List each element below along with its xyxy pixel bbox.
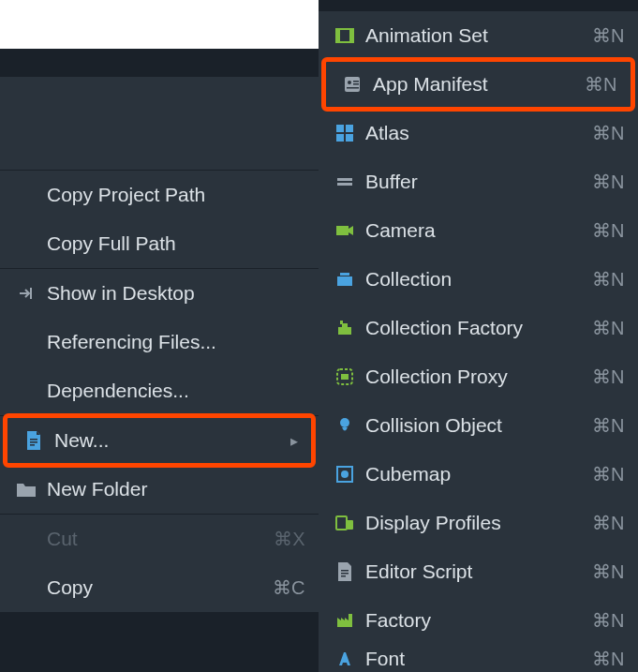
label: Animation Set [365, 24, 592, 47]
shortcut: ⌘X [274, 528, 305, 550]
shortcut: ⌘N [592, 366, 625, 388]
svg-point-21 [340, 418, 349, 427]
shortcut: ⌘N [592, 122, 625, 144]
shortcut: ⌘N [592, 609, 625, 632]
menu-item-factory[interactable]: Factory ⌘N [319, 596, 638, 645]
menu-item-new[interactable]: New... ▸ [3, 413, 316, 468]
menu-item-camera[interactable]: Camera ⌘N [319, 206, 638, 255]
shortcut: ⌘N [585, 73, 617, 96]
label: Collection Factory [365, 317, 592, 339]
top-white-strip [0, 0, 319, 49]
collection-icon [332, 269, 358, 290]
menu-item-collection-factory[interactable]: Collection Factory ⌘N [319, 304, 638, 352]
shortcut: ⌘C [273, 576, 305, 599]
collection-proxy-icon [332, 366, 358, 387]
context-menu-left: Copy Project Path Copy Full Path Show in… [0, 77, 319, 612]
label: New Folder [47, 478, 305, 500]
submenu-new: Animation Set ⌘N App Manifest ⌘N Atlas ⌘… [319, 11, 638, 672]
app-manifest-icon [339, 74, 365, 95]
label: Display Profiles [365, 512, 592, 534]
label: Collection Proxy [365, 366, 592, 388]
menu-item-collection-proxy[interactable]: Collection Proxy ⌘N [319, 352, 638, 401]
svg-rect-5 [349, 29, 353, 42]
factory-icon [332, 610, 358, 631]
menu-item-show-in-desktop[interactable]: Show in Desktop [0, 269, 319, 318]
collection-factory-icon [332, 318, 358, 338]
label: Camera [365, 219, 592, 242]
svg-point-7 [348, 81, 351, 84]
atlas-icon [332, 123, 358, 143]
label: Copy [47, 576, 273, 599]
shortcut: ⌘N [592, 24, 625, 47]
menu-item-new-folder[interactable]: New Folder [0, 465, 319, 514]
label: Atlas [365, 122, 592, 144]
menu-item-buffer[interactable]: Buffer ⌘N [319, 157, 638, 206]
label: Editor Script [365, 560, 592, 583]
menu-item-dependencies[interactable]: Dependencies... [0, 366, 319, 415]
svg-rect-10 [347, 87, 359, 89]
font-icon [332, 649, 358, 669]
svg-rect-2 [30, 444, 35, 446]
menu-item-collision-object[interactable]: Collision Object ⌘N [319, 401, 638, 450]
label: Copy Project Path [47, 184, 305, 206]
label: Show in Desktop [47, 282, 305, 305]
menu-item-cut: Cut ⌘X [0, 515, 319, 563]
menu-item-display-profiles[interactable]: Display Profiles ⌘N [319, 499, 638, 547]
svg-rect-26 [341, 570, 349, 572]
label: Buffer [365, 171, 592, 193]
svg-rect-17 [336, 226, 349, 235]
file-icon [21, 430, 47, 451]
menu-item-editor-script[interactable]: Editor Script ⌘N [319, 547, 638, 596]
menu-item-copy[interactable]: Copy ⌘C [0, 563, 319, 612]
svg-rect-25 [347, 520, 353, 530]
display-profiles-icon [332, 513, 358, 533]
svg-rect-28 [341, 575, 346, 577]
svg-rect-9 [353, 83, 359, 85]
editor-script-icon [332, 561, 358, 582]
menu-item-copy-full-path[interactable]: Copy Full Path [0, 219, 319, 268]
menu-item-app-manifest[interactable]: App Manifest ⌘N [321, 57, 635, 112]
svg-point-23 [341, 470, 349, 478]
svg-rect-14 [346, 134, 353, 142]
shortcut: ⌘N [592, 463, 625, 485]
collision-object-icon [332, 415, 358, 436]
shortcut: ⌘N [592, 648, 625, 670]
label: Font [365, 648, 592, 670]
label: Collection [365, 268, 592, 291]
menu-item-animation-set[interactable]: Animation Set ⌘N [319, 11, 638, 60]
buffer-icon [332, 172, 358, 192]
label: Referencing Files... [47, 331, 305, 353]
shortcut: ⌘N [592, 560, 625, 583]
label: Cubemap [365, 463, 592, 485]
menu-item-cubemap[interactable]: Cubemap ⌘N [319, 450, 638, 499]
chevron-right-icon: ▸ [290, 432, 298, 450]
svg-rect-8 [353, 81, 359, 82]
shortcut: ⌘N [592, 414, 625, 437]
label: New... [54, 429, 290, 452]
svg-rect-11 [336, 125, 344, 132]
gap [0, 49, 319, 77]
svg-rect-24 [336, 516, 347, 530]
shortcut: ⌘N [592, 219, 625, 242]
svg-rect-20 [341, 374, 349, 380]
label: Factory [365, 609, 592, 632]
shortcut: ⌘N [592, 171, 625, 193]
shortcut: ⌘N [592, 512, 625, 534]
menu-item-copy-project-path[interactable]: Copy Project Path [0, 171, 319, 219]
camera-icon [332, 220, 358, 241]
svg-rect-13 [336, 134, 344, 142]
cubemap-icon [332, 464, 358, 485]
arrow-right-icon [13, 285, 39, 302]
svg-rect-18 [340, 321, 343, 324]
svg-rect-12 [346, 125, 353, 132]
menu-item-referencing-files[interactable]: Referencing Files... [0, 318, 319, 366]
shortcut: ⌘N [592, 268, 625, 291]
menu-item-collection[interactable]: Collection ⌘N [319, 255, 638, 304]
animation-set-icon [332, 25, 358, 46]
menu-item-atlas[interactable]: Atlas ⌘N [319, 109, 638, 157]
menu-item-font[interactable]: Font ⌘N [319, 645, 638, 672]
label: Dependencies... [47, 380, 305, 402]
svg-rect-4 [336, 29, 340, 42]
label: Collision Object [365, 414, 592, 437]
label: App Manifest [373, 73, 585, 96]
